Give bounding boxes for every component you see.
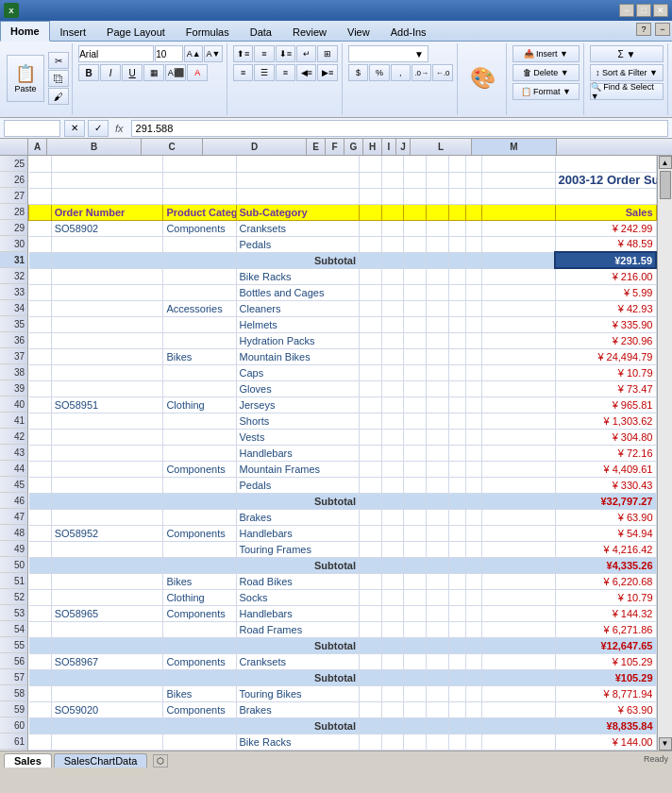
row-header-52[interactable]: 52 bbox=[0, 589, 27, 605]
align-center-button[interactable]: ☰ bbox=[254, 64, 274, 81]
row-header-38[interactable]: 38 bbox=[0, 364, 27, 380]
row-header-49[interactable]: 49 bbox=[0, 541, 27, 557]
row-header-56[interactable]: 56 bbox=[0, 653, 27, 669]
tab-data[interactable]: Data bbox=[240, 21, 282, 42]
cell-reference-box[interactable] bbox=[4, 120, 60, 137]
fill-color-button[interactable]: A⬛ bbox=[165, 64, 186, 81]
scroll-thumb[interactable] bbox=[660, 171, 671, 199]
ribbon-help-button[interactable]: ? bbox=[636, 23, 651, 36]
col-header-e[interactable]: E bbox=[307, 139, 326, 155]
percent-button[interactable]: % bbox=[369, 64, 389, 81]
border-button[interactable]: ▦ bbox=[143, 64, 164, 81]
row-header-47[interactable]: 47 bbox=[0, 509, 27, 525]
ribbon-minimize-button[interactable]: − bbox=[655, 23, 670, 36]
insert-button[interactable]: 📥 Insert ▼ bbox=[512, 45, 580, 62]
close-button[interactable]: ✕ bbox=[653, 4, 668, 17]
row-header-51[interactable]: 51 bbox=[0, 573, 27, 589]
row-header-59[interactable]: 59 bbox=[0, 701, 27, 717]
scroll-down-button[interactable]: ▼ bbox=[659, 737, 672, 751]
confirm-formula-button[interactable]: ✓ bbox=[88, 120, 109, 137]
delete-button[interactable]: 🗑 Delete ▼ bbox=[512, 64, 580, 81]
row-header-29[interactable]: 29 bbox=[0, 220, 27, 236]
col-header-j[interactable]: J bbox=[396, 139, 411, 155]
font-size-input[interactable] bbox=[155, 45, 183, 62]
align-bottom-button[interactable]: ⬇≡ bbox=[276, 45, 295, 62]
increase-font-button[interactable]: A▲ bbox=[184, 45, 203, 62]
col-header-l[interactable]: L bbox=[411, 139, 472, 155]
row-header-41[interactable]: 41 bbox=[0, 413, 27, 429]
row-header-46[interactable]: 46 bbox=[0, 493, 27, 509]
row-header-45[interactable]: 45 bbox=[0, 477, 27, 493]
row-header-50[interactable]: 50 bbox=[0, 557, 27, 573]
row-header-27[interactable]: 27 bbox=[0, 188, 27, 204]
copy-button[interactable]: ⿻ bbox=[48, 70, 69, 87]
row-header-39[interactable]: 39 bbox=[0, 380, 27, 396]
paste-button[interactable]: 📋 Paste bbox=[7, 55, 44, 102]
sheet-tab-saleschartdata[interactable]: SalesChartData bbox=[54, 753, 148, 768]
row-header-43[interactable]: 43 bbox=[0, 445, 27, 461]
comma-button[interactable]: , bbox=[391, 64, 411, 81]
styles-button[interactable]: 🎨 bbox=[470, 66, 496, 91]
sort-filter-button[interactable]: ↕ Sort & Filter ▼ bbox=[590, 64, 664, 81]
col-header-i[interactable]: I bbox=[382, 139, 396, 155]
tab-insert[interactable]: Insert bbox=[50, 21, 97, 42]
bold-button[interactable]: B bbox=[78, 64, 99, 81]
cancel-formula-button[interactable]: ✕ bbox=[64, 120, 85, 137]
row-header-53[interactable]: 53 bbox=[0, 605, 27, 621]
col-header-f[interactable]: F bbox=[326, 139, 344, 155]
decrease-indent-button[interactable]: ◀≡ bbox=[296, 64, 316, 81]
col-header-m[interactable]: M bbox=[472, 139, 557, 155]
row-header-54[interactable]: 54 bbox=[0, 621, 27, 637]
selected-cell-m31[interactable]: ¥291.59 bbox=[555, 252, 656, 268]
row-header-32[interactable]: 32 bbox=[0, 268, 27, 284]
tab-formulas[interactable]: Formulas bbox=[176, 21, 240, 42]
sheet-tab-sales[interactable]: Sales bbox=[4, 753, 52, 768]
tab-page-layout[interactable]: Page Layout bbox=[96, 21, 176, 42]
col-header-g[interactable]: G bbox=[344, 139, 363, 155]
row-header-60[interactable]: 60 bbox=[0, 717, 27, 734]
wrap-text-button[interactable]: ↵ bbox=[296, 45, 316, 62]
row-header-28[interactable]: 28 bbox=[0, 204, 27, 220]
decrease-decimal-button[interactable]: ←.0 bbox=[432, 64, 452, 81]
row-header-31[interactable]: 31 bbox=[0, 252, 27, 268]
decrease-font-button[interactable]: A▼ bbox=[204, 45, 223, 62]
maximize-button[interactable]: □ bbox=[636, 4, 651, 17]
tab-view[interactable]: View bbox=[337, 21, 380, 42]
minimize-button[interactable]: − bbox=[619, 4, 634, 17]
number-format-dropdown[interactable]: ▼ bbox=[348, 45, 428, 62]
col-header-h[interactable]: H bbox=[363, 139, 382, 155]
col-header-d[interactable]: D bbox=[203, 139, 307, 155]
format-painter-button[interactable]: 🖌 bbox=[48, 88, 69, 105]
tab-addins[interactable]: Add-Ins bbox=[380, 21, 437, 42]
currency-button[interactable]: $ bbox=[348, 64, 368, 81]
find-select-button[interactable]: 🔍 Find & Select ▼ bbox=[590, 83, 664, 100]
row-header-30[interactable]: 30 bbox=[0, 236, 27, 252]
tab-review[interactable]: Review bbox=[282, 21, 337, 42]
row-header-57[interactable]: 57 bbox=[0, 669, 27, 685]
col-header-b[interactable]: B bbox=[47, 139, 142, 155]
underline-button[interactable]: U bbox=[122, 64, 143, 81]
row-header-42[interactable]: 42 bbox=[0, 429, 27, 445]
align-top-button[interactable]: ⬆≡ bbox=[233, 45, 253, 62]
row-header-37[interactable]: 37 bbox=[0, 348, 27, 364]
align-left-button[interactable]: ≡ bbox=[233, 64, 253, 81]
row-header-44[interactable]: 44 bbox=[0, 461, 27, 477]
row-header-36[interactable]: 36 bbox=[0, 332, 27, 348]
italic-button[interactable]: I bbox=[100, 64, 121, 81]
vertical-scrollbar[interactable]: ▲ ▼ bbox=[657, 156, 672, 751]
add-sheet-button[interactable]: ⬡ bbox=[153, 754, 168, 768]
increase-decimal-button[interactable]: .0→ bbox=[412, 64, 431, 81]
row-header-58[interactable]: 58 bbox=[0, 685, 27, 701]
title-bar-controls[interactable]: − □ ✕ bbox=[619, 4, 668, 17]
align-middle-button[interactable]: ≡ bbox=[254, 45, 274, 62]
font-name-input[interactable] bbox=[78, 45, 154, 62]
scroll-up-button[interactable]: ▲ bbox=[659, 156, 672, 169]
cut-button[interactable]: ✂ bbox=[48, 52, 69, 69]
row-header-25[interactable]: 25 bbox=[0, 156, 27, 172]
font-color-button[interactable]: A bbox=[187, 64, 208, 81]
sum-button[interactable]: Σ ▼ bbox=[590, 45, 664, 62]
row-header-35[interactable]: 35 bbox=[0, 316, 27, 332]
formula-input[interactable] bbox=[131, 120, 668, 137]
row-header-48[interactable]: 48 bbox=[0, 525, 27, 541]
row-header-55[interactable]: 55 bbox=[0, 637, 27, 653]
